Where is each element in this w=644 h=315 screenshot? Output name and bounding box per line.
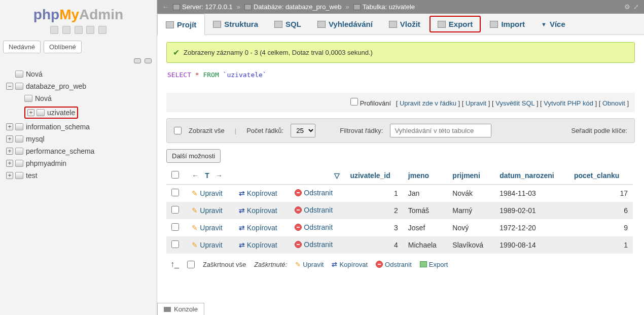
favorites-tab[interactable]: Oblíbené (44, 41, 82, 53)
inline-edit-link[interactable]: Upravit zde v řádku (400, 99, 456, 107)
tree-item-databaze-pro-web[interactable]: − databaze_pro_web (5, 80, 155, 92)
col-prijmeni[interactable]: prijmeni (452, 171, 480, 180)
tree-item-information-schema[interactable]: + information_schema (5, 121, 155, 133)
more-options-button[interactable]: Další možnosti (166, 149, 221, 163)
row-copy[interactable]: ⇄Kopírovat (239, 241, 277, 249)
edit-link[interactable]: Upravit (466, 99, 486, 107)
reload-icon[interactable] (98, 26, 106, 34)
collapse-icon[interactable]: − (6, 83, 13, 90)
row-checkbox[interactable] (171, 189, 179, 196)
pencil-icon: ✎ (192, 241, 198, 249)
tree-item-phpmyadmin[interactable]: + phpmyadmin (5, 157, 155, 169)
recent-tab[interactable]: Nedávné (3, 41, 41, 53)
php-link[interactable]: Vytvořit PHP kód (544, 99, 593, 107)
row-edit[interactable]: ✎Upravit (192, 224, 222, 232)
bulk-export[interactable]: Export (420, 261, 448, 268)
breadcrumb-table[interactable]: uzivatele (389, 3, 415, 11)
cell-pocet: 6 (569, 202, 633, 219)
row-edit[interactable]: ✎Upravit (192, 206, 222, 215)
tree-item-test[interactable]: + test (5, 169, 155, 182)
expand-icon[interactable]: + (6, 135, 13, 143)
export-icon (438, 21, 446, 28)
tab-sql[interactable]: SQL (266, 14, 309, 34)
success-notice: ✔ Zobrazeny záznamy 0 - 3 (4 celkem, Dot… (166, 42, 635, 63)
sort-arrows-icon[interactable]: ← T → (192, 171, 224, 180)
minus-circle-icon (295, 206, 302, 214)
filter-input[interactable] (390, 124, 491, 137)
row-copy[interactable]: ⇄Kopírovat (239, 206, 277, 215)
breadcrumb-db[interactable]: databaze_pro_web (285, 3, 342, 11)
bulk-delete[interactable]: Odstranit (376, 261, 412, 268)
tree-item-performance-schema[interactable]: + performance_schema (5, 145, 155, 157)
browse-icon (166, 21, 174, 28)
tree-item-mysql[interactable]: + mysql (5, 133, 155, 145)
filter-bar: Zobrazit vše | Počet řádků: 25 Filtrovat… (166, 118, 635, 143)
col-jmeno[interactable]: jmeno (408, 171, 429, 180)
sort-indicator-icon[interactable]: ▽ (334, 171, 340, 180)
expand-icon[interactable]: + (6, 172, 13, 179)
row-copy[interactable]: ⇄Kopírovat (239, 224, 277, 232)
row-checkbox[interactable] (171, 240, 179, 248)
pencil-icon: ✎ (192, 206, 198, 215)
row-delete[interactable]: Odstranit (295, 189, 333, 197)
bulk-edit[interactable]: ✎Upravit (295, 261, 324, 268)
settings-icon[interactable] (86, 26, 94, 34)
filter-label: Filtrovat řádky: (340, 127, 383, 134)
explain-link[interactable]: Vysvětlit SQL (495, 99, 534, 107)
expand-icon[interactable]: + (6, 123, 13, 130)
select-all-checkbox[interactable] (171, 171, 179, 179)
row-checkbox[interactable] (171, 206, 179, 214)
server-icon (173, 4, 180, 10)
tab-browse[interactable]: Projít (157, 14, 205, 35)
tab-insert[interactable]: Vložit (381, 14, 428, 34)
check-all-checkbox[interactable] (187, 261, 195, 268)
row-edit[interactable]: ✎Upravit (192, 241, 222, 249)
back-icon[interactable]: ← (162, 3, 169, 11)
database-icon (15, 172, 23, 179)
link-icon[interactable] (145, 58, 152, 63)
tree-item-uzivatele[interactable]: + uzivatele (23, 104, 155, 121)
cell-pocet: 17 (569, 185, 633, 202)
logout-icon[interactable] (62, 26, 70, 34)
breadcrumb-server[interactable]: 127.0.0.1 (205, 3, 233, 11)
tab-search[interactable]: Vyhledávání (309, 14, 381, 34)
tab-structure[interactable]: Struktura (205, 14, 266, 34)
logo[interactable]: phpMyAdmin (0, 3, 157, 24)
expand-icon[interactable]: + (27, 109, 34, 116)
row-delete[interactable]: Odstranit (295, 223, 333, 231)
console-tab[interactable]: Konzole (157, 303, 204, 315)
tab-import[interactable]: Import (482, 14, 533, 34)
row-delete[interactable]: Odstranit (295, 240, 333, 249)
tree-item-new-table[interactable]: Nová (23, 92, 155, 104)
notice-text: Zobrazeny záznamy 0 - 3 (4 celkem, Dotaz… (184, 49, 373, 56)
collapse-all-icon[interactable] (134, 58, 141, 63)
home-icon[interactable] (50, 26, 58, 34)
row-checkbox[interactable] (171, 223, 179, 231)
breadcrumb: ← Server: 127.0.0.1 » Databáze: databaze… (157, 0, 644, 14)
table-icon (353, 4, 361, 10)
row-delete[interactable]: Odstranit (295, 206, 333, 214)
col-pocet[interactable]: pocet_clanku (574, 171, 619, 180)
col-datum[interactable]: datum_narozeni (499, 171, 554, 180)
rows-select[interactable]: 25 (291, 124, 315, 137)
show-all-checkbox[interactable] (174, 127, 182, 134)
row-edit[interactable]: ✎Upravit (192, 189, 222, 197)
gear-icon[interactable]: ⚙ (624, 3, 630, 11)
profiling-checkbox[interactable] (350, 98, 358, 106)
exit-icon[interactable]: ⤢ (633, 3, 639, 11)
expand-icon[interactable]: + (6, 160, 13, 167)
tab-more[interactable]: ▼Více (533, 14, 574, 34)
bulk-copy[interactable]: ⇄Kopírovat (332, 261, 368, 268)
copy-icon: ⇄ (239, 189, 245, 197)
sidebar-icon-row (0, 24, 157, 41)
import-icon (490, 21, 498, 28)
docs-icon[interactable] (75, 26, 83, 34)
col-id[interactable]: uzivatele_id (350, 171, 390, 180)
refresh-link[interactable]: Obnovit (602, 99, 625, 107)
tree-item-new[interactable]: Nová (14, 68, 155, 80)
expand-icon[interactable]: + (6, 148, 13, 155)
row-copy[interactable]: ⇄Kopírovat (239, 189, 277, 197)
cell-jmeno: Michaela (403, 236, 448, 254)
with-selected-label: Zaškrtnuté: (254, 261, 287, 268)
tab-export[interactable]: Export (430, 16, 481, 32)
